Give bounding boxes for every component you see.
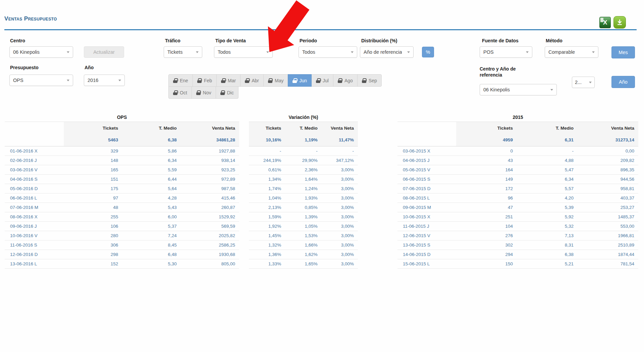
distribucion-label: Distribución (%): [361, 38, 397, 44]
table-row: 1,36%1,62%3,00%: [249, 250, 358, 259]
centro-referencia-select[interactable]: 06 Kinepolis: [480, 84, 557, 95]
presupuesto-select[interactable]: OPS: [9, 75, 73, 86]
value-cell: 5,92: [517, 212, 578, 221]
trafico-value: Tickets: [167, 49, 182, 55]
month-button-sep[interactable]: Sep: [357, 74, 382, 87]
value-cell: 209,82: [578, 156, 638, 165]
value-cell: 276: [456, 231, 517, 240]
value-cell: 302: [456, 240, 517, 250]
value-cell: 1,39%: [285, 212, 321, 221]
month-label: Sep: [369, 78, 377, 83]
month-button-jun[interactable]: Jun: [288, 74, 312, 87]
month-button-dic[interactable]: Dic: [216, 86, 238, 99]
value-cell: 253,27: [578, 203, 638, 212]
lock-icon: [268, 78, 272, 83]
value-cell: 896,35: [578, 165, 638, 174]
value-cell: 4,20: [517, 193, 578, 203]
value-cell: 347,12%: [322, 156, 358, 165]
value-cell: 244,19%: [249, 156, 285, 165]
table-row: 1,59%1,39%3,00%: [249, 212, 358, 221]
column-header: Tickets: [456, 122, 517, 134]
month-button-nov[interactable]: Nov: [192, 86, 216, 99]
trafico-select[interactable]: Tickets: [164, 46, 202, 58]
value-cell: 6,00: [122, 212, 180, 221]
anio-select[interactable]: 2016: [84, 75, 125, 86]
date-cell: 09-06-2015 M: [397, 203, 456, 212]
distribucion-select[interactable]: Año de referencia: [360, 46, 414, 58]
date-cell: 11-06-2016 S: [5, 240, 64, 250]
summary-value-cell: 5463: [64, 134, 122, 146]
table-row: 04-06-2016 S1516,44972,89: [5, 174, 239, 184]
table-row: 2,13%0,85%3,00%: [249, 203, 358, 212]
date-column-header: [397, 122, 456, 134]
centro-referencia-value: 06 Kinepolis: [483, 87, 510, 92]
month-button-abr[interactable]: Abr: [240, 74, 264, 87]
month-label: Abr: [252, 78, 259, 83]
table-section-ops: OPS TicketsT. MedioVenta Neta54636,38348…: [5, 114, 239, 269]
header-divider: [4, 29, 637, 30]
actualizar-button[interactable]: Actualizar: [84, 46, 124, 58]
value-cell: 5,37: [122, 221, 180, 231]
table-row: 05-06-2015 V1645,47896,35: [397, 165, 638, 174]
value-cell: 2,36%: [285, 165, 321, 174]
metodo-label: Método: [546, 38, 562, 44]
month-button-oct[interactable]: Oct: [168, 86, 192, 99]
value-cell: 1,92%: [249, 221, 285, 231]
mes-button[interactable]: Mes: [611, 46, 635, 58]
centro-select[interactable]: 06 Kinepolis: [9, 46, 73, 58]
month-button-mar[interactable]: Mar: [216, 74, 240, 87]
value-cell: 6,48: [122, 250, 180, 259]
anio-ref-button[interactable]: Año: [611, 76, 635, 88]
value-cell: 958,81: [578, 184, 638, 193]
periodo-value: Todos: [302, 49, 315, 55]
month-label: Feb: [204, 78, 212, 83]
date-cell: 14-06-2015 D: [397, 250, 456, 259]
month-label: Nov: [203, 90, 211, 95]
percent-button[interactable]: %: [422, 47, 434, 57]
tipo-de-venta-select[interactable]: Todos: [214, 46, 273, 58]
value-cell: 3,00%: [322, 203, 358, 212]
table-row: 244,19%29,90%347,12%: [249, 156, 358, 165]
value-cell: 3,00%: [322, 184, 358, 193]
excel-export-icon[interactable]: X: [599, 17, 611, 28]
value-cell: 298: [64, 250, 122, 259]
date-cell: 05-06-2016 D: [5, 184, 64, 193]
date-cell: 11-06-2015 J: [397, 221, 456, 231]
fuente-de-datos-select[interactable]: POS: [480, 46, 532, 58]
value-cell: 3,00%: [322, 193, 358, 203]
date-cell: 02-06-2016 J: [5, 156, 64, 165]
month-button-may[interactable]: May: [263, 74, 288, 87]
date-cell: 10-06-2016 V: [5, 231, 64, 240]
section-title: Variación (%): [249, 114, 358, 122]
chevron-down-icon: [407, 51, 410, 53]
table-row: 10-06-2016 V2807,242025,82: [5, 231, 239, 240]
periodo-select[interactable]: Todos: [299, 46, 357, 58]
month-button-ago[interactable]: Ago: [333, 74, 358, 87]
date-cell: 12-06-2016 D: [5, 250, 64, 259]
month-button-ene[interactable]: Ene: [168, 74, 193, 87]
value-cell: -: [322, 146, 358, 156]
table-row: ---: [249, 146, 358, 156]
value-cell: 569,59: [181, 221, 239, 231]
reference-year-table: TicketsT. MedioVenta Neta49596,3131273,1…: [397, 122, 638, 269]
month-button-jul[interactable]: Jul: [311, 74, 333, 87]
summary-date-cell: [397, 134, 456, 146]
chevron-down-icon: [592, 51, 595, 53]
summary-value-cell: 34861,28: [181, 134, 239, 146]
month-button-group-row-1: EneFebMarAbrMayJunJulAgoSep: [168, 74, 382, 87]
summary-value-cell: 31273,14: [578, 134, 638, 146]
value-cell: 987,58: [181, 184, 239, 193]
table-section-variacion: Variación (%) TicketsT. MedioVenta Neta1…: [249, 114, 358, 269]
value-cell: 2,13%: [249, 203, 285, 212]
anio-referencia-select[interactable]: 2...: [572, 77, 595, 88]
download-icon[interactable]: [613, 16, 626, 29]
lock-icon: [220, 90, 225, 95]
value-cell: 4,28: [122, 193, 180, 203]
month-button-feb[interactable]: Feb: [193, 74, 217, 87]
value-cell: 164: [456, 165, 517, 174]
value-cell: 5,64: [122, 184, 180, 193]
metodo-select[interactable]: Comparable: [545, 46, 598, 58]
value-cell: 251: [456, 212, 517, 221]
date-cell: 13-06-2016 L: [5, 259, 64, 268]
fuente-de-datos-label: Fuente de Datos: [482, 38, 519, 44]
